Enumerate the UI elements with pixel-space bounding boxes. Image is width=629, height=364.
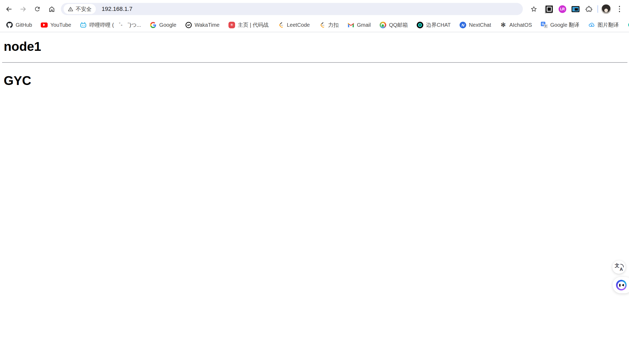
bookmark-label: Google 翻译 [550, 21, 579, 29]
bookmark-label: QQ邮箱 [389, 21, 408, 29]
kebab-dot [619, 8, 620, 10]
bookmark-image-translate[interactable]: 图片翻译 [586, 20, 621, 30]
translate-a-glyph: A [620, 267, 623, 272]
bookmark-google-translate[interactable]: G文 Google 翻译 [538, 20, 582, 30]
bookmark-label: 边界CHAT [426, 21, 451, 29]
monica-icon [616, 280, 627, 290]
bookmark-label: 力扣 [328, 21, 339, 29]
youtube-icon [41, 21, 48, 28]
not-secure-warning-icon [68, 6, 73, 12]
address-bar[interactable]: 不安全 192.168.1.7 [61, 3, 523, 15]
zsxq-ring-icon [628, 21, 629, 28]
gmail-icon [347, 21, 354, 28]
extensions-menu-button[interactable] [582, 2, 595, 16]
google-translate-icon: G文 [541, 21, 548, 28]
page-content: node1 GYC [0, 39, 629, 88]
horizontal-rule [2, 62, 627, 63]
qqmail-icon [379, 21, 386, 28]
bookmark-gmail[interactable]: Gmail [345, 20, 373, 30]
bookmark-codewar-home[interactable]: ✳ 主页 | 代码战 [226, 20, 271, 30]
back-arrow-icon [5, 6, 12, 13]
bookmark-wakatime[interactable]: WakaTime [183, 20, 222, 30]
bookmarks-bar: GitHub YouTube 哔哩哔哩 ( ゜- ゜)つ... Google W… [0, 18, 629, 32]
page-heading-gyc: GYC [4, 73, 629, 88]
translate-wen-glyph: 文 [615, 262, 619, 269]
leetcode-icon [277, 21, 284, 28]
google-icon [150, 21, 157, 28]
bookmark-leetcode[interactable]: LeetCode [275, 20, 312, 30]
url-text[interactable]: 192.168.1.7 [102, 6, 132, 12]
extension-pip-button[interactable] [569, 2, 582, 16]
bookmark-label: GitHub [16, 22, 32, 28]
bookmark-label: WakaTime [195, 22, 219, 28]
page-heading-node1: node1 [4, 39, 629, 54]
home-icon [48, 6, 55, 13]
forward-button[interactable] [16, 2, 30, 16]
browser-menu-button[interactable] [614, 3, 625, 15]
bookmark-label: AIchatOS [509, 22, 532, 28]
bookmark-zsxq[interactable]: 知识星球 [625, 20, 629, 30]
reload-icon [34, 6, 41, 12]
bookmark-label: Google [159, 22, 177, 28]
bookmark-bilibili[interactable]: 哔哩哔哩 ( ゜- ゜)つ... [78, 20, 143, 30]
openai-icon: ✻ [500, 21, 507, 28]
nextchat-icon: N [460, 21, 466, 28]
toolbar-right-cluster: LR [527, 2, 625, 16]
bookmark-label: LeetCode [287, 22, 310, 28]
frame-extension-icon [546, 6, 553, 13]
forward-arrow-icon [20, 6, 27, 13]
extension-frame-button[interactable] [542, 2, 556, 16]
bookmark-nextchat[interactable]: N NextChat [457, 20, 493, 30]
bookmark-label: NextChat [469, 22, 491, 28]
wakatime-icon [185, 21, 192, 28]
bookmark-label: 主页 | 代码战 [238, 21, 268, 29]
bilibili-icon [80, 21, 87, 28]
bookmark-star-button[interactable] [527, 2, 540, 16]
bookmark-google[interactable]: Google [147, 20, 179, 30]
bookmark-aichatos[interactable]: ✻ AIchatOS [497, 20, 534, 30]
toolbar-separator [597, 5, 598, 13]
profile-avatar[interactable] [601, 4, 611, 14]
kebab-dot [619, 11, 620, 12]
bookmark-youtube[interactable]: YouTube [38, 20, 74, 30]
bookmark-label: Gmail [357, 22, 371, 28]
kebab-dot [619, 6, 620, 7]
leetcode-icon [318, 21, 325, 28]
home-button[interactable] [45, 2, 58, 16]
image-translate-cloud-icon [588, 21, 595, 28]
lr-extension-icon: LR [559, 5, 566, 13]
bookmark-github[interactable]: GitHub [4, 20, 34, 30]
bookmark-label: YouTube [50, 22, 71, 28]
bookmark-qqmail[interactable]: QQ邮箱 [377, 20, 410, 30]
bookmark-likou[interactable]: 力扣 [316, 20, 341, 30]
browser-toolbar: 不安全 192.168.1.7 LR [0, 0, 629, 18]
back-button[interactable] [2, 2, 15, 16]
red-chatgpt-icon: ✳ [228, 21, 235, 28]
immersive-translate-fab[interactable]: 文 A [612, 260, 626, 274]
bookmark-label: 哔哩哔哩 ( ゜- ゜)つ... [89, 21, 141, 29]
monica-assistant-fab[interactable] [613, 277, 629, 293]
bookmark-label: 图片翻译 [598, 21, 619, 29]
picture-in-picture-icon [572, 6, 579, 12]
extension-lr-button[interactable]: LR [556, 2, 569, 16]
site-security-chip[interactable]: 不安全 [64, 4, 96, 14]
security-label: 不安全 [76, 6, 92, 13]
star-icon [530, 6, 537, 13]
puzzle-icon [585, 6, 592, 13]
bookmark-bianjie-chat[interactable]: 边界CHAT [414, 20, 453, 30]
bianjie-chat-icon [417, 21, 424, 28]
reload-button[interactable] [31, 2, 44, 16]
github-icon [6, 21, 13, 28]
